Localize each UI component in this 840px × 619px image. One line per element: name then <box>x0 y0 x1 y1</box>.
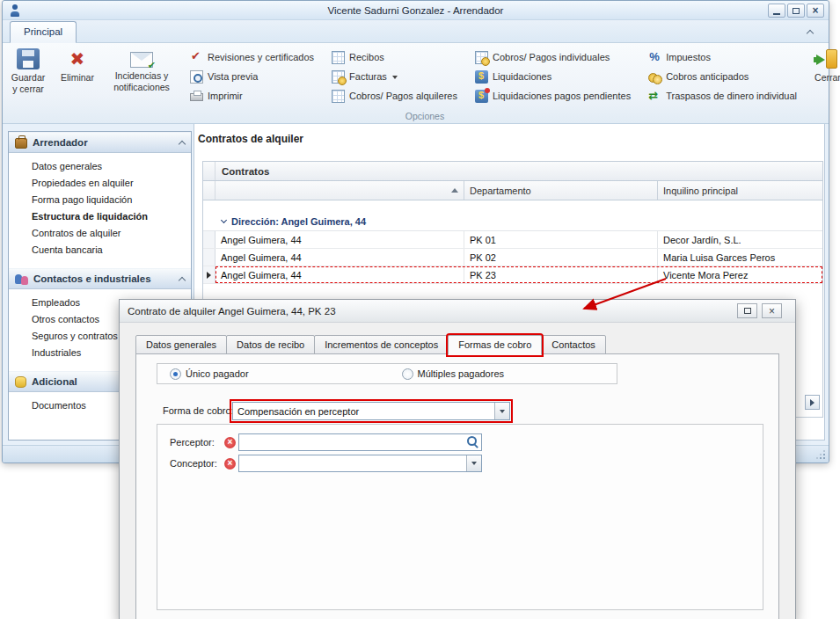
tab-principal[interactable]: Principal <box>10 21 77 43</box>
lookup-button[interactable] <box>465 435 480 448</box>
sidebar-item-propiedades-en-alquiler[interactable]: Propiedades en alquiler <box>9 175 191 192</box>
mail-icon <box>130 52 153 68</box>
perceptor-groupbox: Perceptor: × Conceptor: × <box>157 424 763 610</box>
sidebar-group-header-arrendador[interactable]: Arrendador <box>9 132 191 153</box>
grid-scroll-right-button[interactable] <box>805 395 820 410</box>
check-icon <box>190 51 203 64</box>
eliminar-label: Eliminar <box>61 72 94 84</box>
cobros-pagos-individuales-button[interactable]: Cobros/ Pagos individuales <box>471 48 634 66</box>
traspasos-dinero-label: Traspasos de dinero individual <box>666 91 797 101</box>
close-button[interactable]: × <box>807 4 824 18</box>
arrow-right-icon <box>810 399 814 406</box>
imprimir-button[interactable]: Imprimir <box>186 87 318 105</box>
liquidation-icon <box>475 70 488 84</box>
save-icon <box>17 48 40 69</box>
guardar-y-cerrar-button[interactable]: Guardar y cerrar <box>6 45 50 110</box>
selected-row-annotation: Angel Guimera, 44 PK 23 Vicente Mora Per… <box>215 266 822 283</box>
row-indicator-header <box>203 162 215 180</box>
revisiones-certificados-label: Revisiones y certificados <box>208 52 314 62</box>
tab-datos-de-recibo[interactable]: Datos de recibo <box>226 335 315 355</box>
dropdown-caret-icon <box>391 70 399 84</box>
minimize-button[interactable] <box>768 4 785 18</box>
dialog-tabstrip: Datos generales Datos de recibo Incremen… <box>135 335 605 355</box>
unico-pagador-label: Único pagador <box>186 368 249 379</box>
people-icon <box>15 273 28 285</box>
maximize-button[interactable] <box>787 4 805 18</box>
tab-contactos[interactable]: Contactos <box>541 335 606 355</box>
facturas-button[interactable]: Facturas <box>328 68 461 85</box>
dialog-close-button[interactable]: × <box>762 303 782 318</box>
grid-band-row: Contratos <box>203 162 822 181</box>
column-header-departamento[interactable]: Departamento <box>464 181 658 200</box>
revisiones-certificados-button[interactable]: Revisiones y certificados <box>186 48 318 66</box>
window-title: Vicente Sadurni Gonzalez - Arrendador <box>3 5 829 16</box>
tax-icon <box>648 51 661 64</box>
window-controls: × <box>768 4 824 18</box>
sidebar-item-cuenta-bancaria[interactable]: Cuenta bancaria <box>9 242 191 259</box>
resize-grip[interactable] <box>814 448 827 461</box>
sidebar-item-contratos-de-alquiler[interactable]: Contratos de alquiler <box>9 225 191 242</box>
page-title: Contratos de alquiler <box>198 133 303 145</box>
tab-datos-generales[interactable]: Datos generales <box>135 335 227 355</box>
forma-de-cobro-value: Compensación en perceptor <box>233 403 494 419</box>
tab-incrementos-de-conceptos[interactable]: Incrementos de conceptos <box>314 335 449 355</box>
sidebar-group-header-contactos[interactable]: Contactos e industriales <box>9 268 191 289</box>
sidebar-item-estructura-de-liquidacion[interactable]: Estructura de liquidación <box>9 208 191 225</box>
column-header-direccion[interactable] <box>215 181 464 200</box>
incidencias-label: Incidencias y notificaciones <box>107 70 176 92</box>
ribbon-collapse-button[interactable] <box>800 25 820 39</box>
ribbon: Guardar y cerrar Eliminar Incidencias y … <box>3 43 829 124</box>
vista-previa-button[interactable]: Vista previa <box>186 68 318 85</box>
dialog-restore-button[interactable] <box>737 303 757 318</box>
sidebar-item-forma-pago-liquidacion[interactable]: Forma pago liquidación <box>9 192 191 208</box>
conceptor-dropdown[interactable] <box>238 455 482 472</box>
contract-dialog: Contrato de alquiler Angel Guimera, 44, … <box>119 299 796 619</box>
required-error-icon: × <box>224 458 236 470</box>
forma-de-cobro-label: Forma de cobro: <box>163 405 234 416</box>
forma-de-cobro-dropdown[interactable]: Compensación en perceptor <box>232 402 510 420</box>
cobros-anticipados-button[interactable]: Cobros anticipados <box>645 68 800 85</box>
facturas-label: Facturas <box>349 71 387 82</box>
ribbon-group-impuestos: Impuestos Cobros anticipados Traspasos d… <box>642 45 803 110</box>
impuestos-button[interactable]: Impuestos <box>645 48 800 66</box>
dialog-window-controls: × <box>737 303 782 318</box>
traspasos-dinero-button[interactable]: Traspasos de dinero individual <box>645 87 800 105</box>
radio-multiples-pagadores[interactable]: Múltiples pagadores <box>402 368 504 380</box>
table-row[interactable]: Angel Guimera, 44 PK 01 Decor Jardín, S.… <box>203 231 822 249</box>
conceptor-row: Conceptor: × <box>157 455 763 472</box>
restore-icon <box>744 308 751 314</box>
chevron-up-icon <box>179 276 186 283</box>
grid-group-row[interactable]: Dirección: Angel Guimera, 44 <box>203 212 822 231</box>
radio-unico-pagador[interactable]: Único pagador <box>170 368 249 380</box>
liquidaciones-pendientes-label: Liquidaciones pagos pendientes <box>493 91 631 101</box>
dropdown-button[interactable] <box>466 455 481 471</box>
recibos-button[interactable]: Recibos <box>328 48 461 66</box>
maximize-icon <box>793 8 800 14</box>
search-icon <box>467 436 478 448</box>
delete-icon <box>66 48 89 69</box>
dialog-title: Contrato de alquiler Angel Guimera, 44, … <box>128 306 336 317</box>
cobros-pagos-alquileres-button[interactable]: Cobros/ Pagos alquileres <box>328 87 461 105</box>
column-header-inquilino[interactable]: Inquilino principal <box>658 181 822 200</box>
liquidaciones-pendientes-button[interactable]: Liquidaciones pagos pendientes <box>471 87 634 105</box>
row-indicator-header <box>203 181 215 200</box>
cerrar-button[interactable]: Cerrar <box>806 45 840 110</box>
table-row[interactable]: Angel Guimera, 44 PK 02 Maria Luisa Garc… <box>203 249 822 266</box>
liquidaciones-button[interactable]: Liquidaciones <box>471 68 634 85</box>
user-icon <box>9 4 21 17</box>
impuestos-label: Impuestos <box>666 52 711 62</box>
sidebar-item-datos-generales[interactable]: Datos generales <box>9 158 191 175</box>
cell-departamento: PK 02 <box>464 249 658 266</box>
printer-icon <box>190 93 203 101</box>
incidencias-button[interactable]: Incidencias y notificaciones <box>105 45 179 110</box>
transfer-icon <box>648 90 661 103</box>
payer-options-group: Único pagador Múltiples pagadores <box>157 363 617 384</box>
table-row-selected[interactable]: Angel Guimera, 44 PK 23 Vicente Mora Per… <box>203 266 822 284</box>
dropdown-button[interactable] <box>494 403 509 419</box>
perceptor-input[interactable] <box>238 433 482 451</box>
eliminar-button[interactable]: Eliminar <box>55 45 99 110</box>
preview-icon <box>190 70 203 84</box>
collapse-chevron-icon[interactable] <box>221 217 227 223</box>
briefcase-icon <box>15 138 27 149</box>
tab-formas-de-cobro[interactable]: Formas de cobro <box>448 335 542 355</box>
